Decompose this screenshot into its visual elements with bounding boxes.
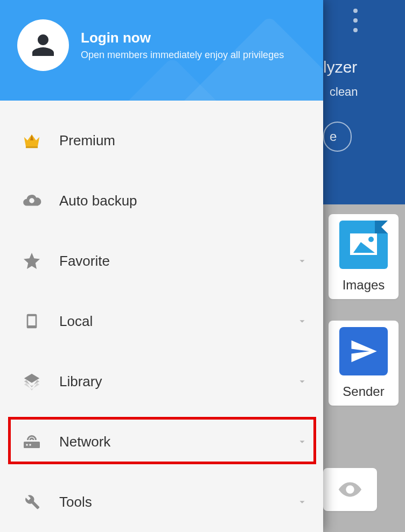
svg-point-4 — [29, 444, 31, 446]
chevron-down-icon — [296, 436, 308, 448]
menu-label: Tools — [59, 494, 296, 510]
chevron-down-icon — [296, 375, 308, 387]
crown-icon — [19, 130, 44, 151]
bg-action-button[interactable]: e — [323, 122, 352, 152]
wrench-icon — [19, 493, 44, 511]
menu-item-premium[interactable]: Premium — [0, 110, 323, 171]
chevron-down-icon — [296, 255, 308, 267]
chevron-down-icon — [296, 315, 308, 327]
menu-item-auto-backup[interactable]: Auto backup — [0, 171, 323, 231]
menu-label: Auto backup — [59, 193, 308, 209]
login-title: Login now — [81, 30, 284, 46]
bg-card-images-label: Images — [343, 278, 385, 293]
phone-icon — [19, 311, 44, 331]
menu-item-network[interactable]: Network — [0, 412, 323, 472]
menu-label: Favorite — [59, 253, 296, 269]
svg-point-3 — [26, 444, 28, 446]
menu-label: Network — [59, 434, 296, 450]
drawer-menu: Premium Auto backup Favorite — [0, 101, 323, 532]
bg-subtitle-fragment: clean — [330, 85, 358, 99]
cloud-icon — [19, 190, 44, 211]
overflow-menu-icon[interactable] — [348, 4, 363, 37]
menu-label: Premium — [59, 132, 308, 149]
menu-item-library[interactable]: Library — [0, 351, 323, 412]
bg-title-fragment: lyzer — [323, 58, 357, 76]
svg-rect-0 — [26, 146, 38, 148]
star-icon — [19, 251, 44, 271]
navigation-drawer: Login now Open members immediately enjoy… — [0, 0, 323, 532]
bg-card-sender-label: Sender — [343, 384, 384, 399]
bg-card-sender[interactable]: Sender — [329, 321, 399, 406]
images-file-icon — [339, 221, 388, 269]
paper-plane-icon — [339, 327, 388, 375]
avatar-icon — [17, 19, 69, 71]
menu-label: Local — [59, 313, 296, 330]
login-subtitle: Open members immediately enjoy all privi… — [81, 49, 284, 61]
menu-item-tools[interactable]: Tools — [0, 472, 323, 532]
menu-item-local[interactable]: Local — [0, 291, 323, 351]
network-icon — [19, 434, 44, 450]
menu-label: Library — [59, 373, 296, 390]
login-header[interactable]: Login now Open members immediately enjoy… — [0, 0, 323, 101]
menu-item-favorite[interactable]: Favorite — [0, 231, 323, 291]
chevron-down-icon — [296, 496, 308, 508]
bg-card-images[interactable]: Images — [329, 214, 399, 299]
bg-card-hidden[interactable] — [323, 468, 377, 511]
layers-icon — [19, 372, 44, 391]
